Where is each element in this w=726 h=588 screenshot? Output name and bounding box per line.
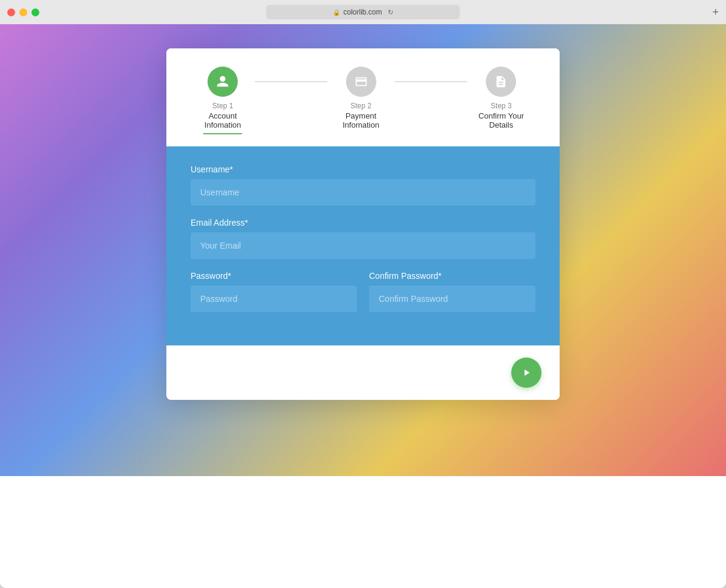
confirm-password-input[interactable]: [369, 286, 535, 312]
url-text: colorlib.com: [343, 8, 382, 16]
lock-icon: 🔒: [333, 9, 340, 16]
url-bar[interactable]: 🔒 colorlib.com ↻: [266, 5, 460, 19]
confirm-password-label: Confirm Password*: [369, 271, 535, 281]
minimize-button[interactable]: [19, 8, 27, 16]
username-label: Username*: [191, 165, 535, 174]
step-3-circle: [486, 67, 516, 97]
connector-1-2: [255, 81, 327, 82]
email-input[interactable]: [191, 232, 535, 259]
next-button[interactable]: [511, 358, 541, 388]
email-label: Email Address*: [191, 218, 535, 227]
step-2: Step 2 Payment Infomation: [327, 67, 394, 129]
step-3-label: Step 3 Confirm Your Details: [467, 102, 535, 129]
step-2-name: Payment Infomation: [327, 111, 394, 129]
form-body: Username* Email Address* Password*: [166, 146, 560, 345]
step-3: Step 3 Confirm Your Details: [467, 67, 535, 129]
password-label: Password*: [191, 271, 357, 281]
step-2-label: Step 2 Payment Infomation: [327, 102, 394, 129]
steps-header: Step 1 Account Infomation: [166, 48, 560, 146]
browser-window: 🔒 colorlib.com ↻ +: [0, 0, 726, 588]
browser-content: Step 1 Account Infomation: [0, 24, 726, 588]
username-input[interactable]: [191, 179, 535, 206]
bottom-white-strip: [0, 476, 726, 588]
step-2-number: Step 2: [327, 102, 394, 110]
step-1: Step 1 Account Infomation: [191, 67, 255, 134]
maximize-button[interactable]: [31, 8, 39, 16]
new-tab-button[interactable]: +: [712, 6, 719, 19]
refresh-icon[interactable]: ↻: [388, 8, 393, 16]
traffic-lights: [7, 8, 39, 16]
email-field-group: Email Address*: [191, 218, 535, 259]
gradient-background: Step 1 Account Infomation: [0, 24, 726, 476]
password-field-group: Password*: [191, 271, 357, 312]
step-1-name: Account Infomation: [191, 111, 255, 129]
step-1-number: Step 1: [191, 102, 255, 110]
form-card: Step 1 Account Infomation: [166, 48, 560, 400]
form-footer: [166, 345, 560, 400]
step-2-circle: [346, 67, 376, 97]
password-row: Password* Confirm Password*: [191, 271, 535, 324]
connector-2-3: [394, 81, 467, 82]
step-1-circle: [208, 67, 238, 97]
step-1-underline: [203, 133, 242, 134]
step-3-number: Step 3: [467, 102, 535, 110]
confirm-password-field-group: Confirm Password*: [369, 271, 535, 312]
steps-container: Step 1 Account Infomation: [191, 67, 535, 134]
username-field-group: Username*: [191, 165, 535, 206]
step-1-label: Step 1 Account Infomation: [191, 102, 255, 134]
close-button[interactable]: [7, 8, 15, 16]
password-input[interactable]: [191, 286, 357, 312]
titlebar: 🔒 colorlib.com ↻ +: [0, 0, 726, 24]
step-3-name: Confirm Your Details: [467, 111, 535, 129]
